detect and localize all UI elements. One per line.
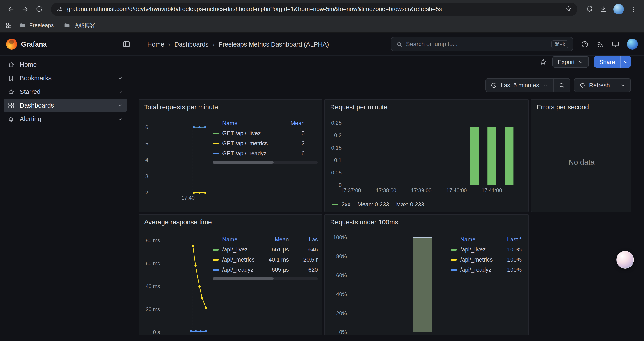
legend-row: GET /api/_readyz 6	[212, 148, 318, 158]
legend-header-mean[interactable]: Mean	[262, 236, 289, 243]
mega-menu-toggle-icon[interactable]	[122, 40, 131, 48]
breadcrumb-home[interactable]: Home	[147, 41, 164, 48]
panel-title[interactable]: Errors per second	[531, 100, 631, 111]
series-label[interactable]: 2xx	[342, 201, 350, 208]
panel-title[interactable]: Request per minute	[325, 100, 528, 111]
download-icon[interactable]	[599, 5, 607, 13]
bookmark-label: Freeleaps	[29, 22, 54, 29]
sidebar-item-dashboards[interactable]: Dashboards	[4, 99, 127, 112]
legend-header-mean[interactable]: Mean	[280, 120, 305, 126]
back-icon[interactable]	[4, 3, 18, 16]
series-label[interactable]: /api/_livez	[460, 246, 486, 253]
chart-total-requests[interactable]: 2345617:40	[141, 112, 214, 210]
zoom-out-button[interactable]	[553, 79, 570, 92]
refresh-group: Refresh	[574, 78, 631, 92]
panel-average-response-time[interactable]: Average response time 0 s20 ms40 ms60 ms…	[138, 214, 322, 335]
series-label[interactable]: GET /api/_readyz	[222, 150, 266, 157]
svg-text:80 ms: 80 ms	[146, 237, 160, 243]
svg-text:17:40: 17:40	[398, 334, 411, 335]
series-label[interactable]: /api/_readyz	[222, 266, 254, 273]
series-mean: 6	[280, 150, 305, 157]
breadcrumb-dashboards[interactable]: Dashboards	[174, 41, 208, 48]
user-avatar[interactable]	[627, 39, 638, 50]
legend-row: /api/_metrics 40.1 ms 20.5 r	[212, 254, 318, 265]
favorite-star-icon[interactable]	[539, 58, 547, 66]
chevron-down-icon[interactable]	[117, 116, 123, 122]
export-button[interactable]: Export	[552, 56, 589, 68]
legend-scrollbar[interactable]	[212, 277, 318, 280]
panel-body: No data	[531, 113, 631, 212]
series-label[interactable]: /api/_metrics	[222, 256, 254, 263]
refresh-interval-button[interactable]	[615, 79, 630, 92]
chevron-down-icon[interactable]	[117, 102, 123, 108]
news-rss-icon[interactable]	[596, 40, 604, 48]
no-data-message: No data	[568, 158, 594, 167]
chevron-down-icon[interactable]	[117, 89, 123, 95]
series-label[interactable]: GET /api/_metrics	[222, 140, 268, 147]
svg-text:17:37:00: 17:37:00	[340, 187, 361, 193]
chrome-profile-avatar[interactable]	[613, 4, 624, 14]
legend-header-name[interactable]: Name	[212, 236, 262, 243]
sidebar-item-starred[interactable]: Starred	[4, 85, 127, 98]
share-menu-button[interactable]	[620, 56, 631, 68]
series-label[interactable]: /api/_metrics	[460, 256, 492, 263]
bookmark-item-blogs[interactable]: 收藏博客	[61, 21, 98, 31]
sidebar-item-bookmarks[interactable]: Bookmarks	[4, 72, 127, 85]
panel-title[interactable]: Average response time	[139, 215, 322, 226]
series-label[interactable]: GET /api/_livez	[222, 130, 261, 137]
svg-text:100%: 100%	[334, 234, 347, 240]
bookmark-item-freeleaps[interactable]: Freeleaps	[17, 21, 56, 30]
panel-total-requests[interactable]: Total requests per minute 2345617:40 Nam…	[138, 99, 322, 212]
sidebar-item-label: Home	[20, 61, 36, 68]
series-swatch-green	[212, 132, 219, 134]
svg-text:17:39:00: 17:39:00	[411, 187, 432, 193]
panel-grid: Total requests per minute 2345617:40 Nam…	[131, 99, 631, 335]
refresh-button[interactable]: Refresh	[574, 79, 615, 92]
panel-requests-under-100ms[interactable]: Requests under 100ms 0%20%40%60%80%100%1…	[324, 214, 529, 335]
search-input[interactable]: Search or jump to... ⌘+k	[391, 37, 573, 51]
panel-errors-per-second[interactable]: Errors per second No data	[531, 99, 631, 212]
browser-actions	[582, 4, 640, 14]
floating-assistant-avatar[interactable]	[616, 251, 634, 269]
scrollbar-thumb[interactable]	[212, 277, 274, 280]
legend-table: Name Mean GET /api/_livez 6 GET /api/_me…	[212, 118, 318, 164]
screen: grafana.mathmast.com/d/deytv4rwavabkb/fr…	[0, 0, 644, 341]
grafana-logo[interactable]	[6, 39, 17, 50]
share-button[interactable]: Share	[594, 56, 620, 68]
time-range-button[interactable]: Last 5 minutes	[486, 79, 553, 92]
browser-menu-icon[interactable]	[630, 6, 637, 13]
svg-text:0.2: 0.2	[334, 132, 342, 138]
panel-title[interactable]: Requests under 100ms	[325, 215, 528, 226]
share-split-button: Share	[594, 56, 631, 68]
panel-request-per-minute[interactable]: Request per minute 00.050.10.150.20.2517…	[324, 99, 529, 212]
site-settings-icon[interactable]	[56, 6, 63, 13]
forward-icon[interactable]	[18, 3, 32, 16]
series-last: 100%	[497, 246, 522, 253]
apps-grid-icon[interactable]	[5, 22, 12, 29]
scrollbar-thumb[interactable]	[212, 161, 274, 164]
bookmark-star-icon[interactable]	[565, 5, 572, 13]
url-text[interactable]: grafana.mathmast.com/d/deytv4rwavabkb/fr…	[67, 6, 565, 12]
sidebar-item-alerting[interactable]: Alerting	[4, 112, 127, 126]
legend-scrollbar[interactable]	[212, 161, 318, 164]
chart-requests-under-100ms[interactable]: 0%20%40%60%80%100%17:40	[326, 227, 458, 335]
address-bar[interactable]: grafana.mathmast.com/d/deytv4rwavabkb/fr…	[51, 3, 577, 16]
series-label[interactable]: /api/_livez	[222, 246, 248, 253]
chart-average-response-time[interactable]: 0 s20 ms40 ms60 ms80 ms17:40	[141, 227, 212, 335]
legend-header-last[interactable]: Las	[289, 236, 318, 243]
chevron-down-icon[interactable]	[117, 75, 123, 81]
series-label[interactable]: /api/_readyz	[460, 266, 492, 273]
chart-request-per-minute[interactable]: 00.050.10.150.20.2517:37:0017:38:0017:39…	[326, 112, 526, 201]
extensions-icon[interactable]	[585, 5, 593, 13]
panel-title[interactable]: Total requests per minute	[139, 100, 322, 111]
legend-header-name[interactable]: Name	[451, 236, 497, 243]
search-icon	[396, 41, 402, 47]
sidebar-item-home[interactable]: Home	[4, 58, 127, 71]
monitor-icon[interactable]	[612, 40, 620, 48]
legend-header-last[interactable]: Last *	[497, 236, 522, 243]
reload-icon[interactable]	[32, 3, 46, 16]
help-icon[interactable]	[581, 40, 589, 48]
search-shortcut-badge: ⌘+k	[552, 40, 568, 48]
sidebar-item-label: Alerting	[20, 115, 41, 122]
legend-header-name[interactable]: Name	[212, 120, 280, 126]
